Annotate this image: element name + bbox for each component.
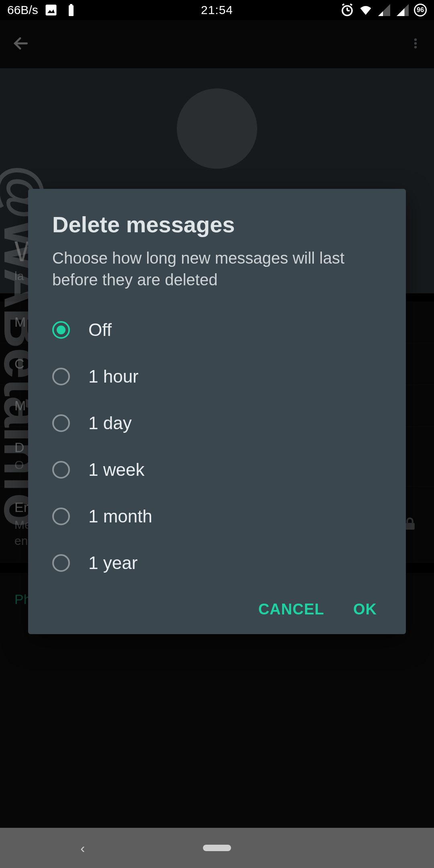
option-label: Off bbox=[88, 320, 112, 340]
dialog-option-1-week[interactable]: 1 week bbox=[52, 446, 382, 493]
radio-icon bbox=[52, 368, 70, 385]
svg-rect-17 bbox=[405, 523, 414, 530]
network-speed: 66B/s bbox=[7, 3, 38, 17]
wifi-icon bbox=[358, 3, 373, 17]
svg-point-14 bbox=[414, 38, 417, 41]
option-label: 1 hour bbox=[88, 366, 139, 387]
radio-icon bbox=[52, 414, 70, 432]
option-label: 1 year bbox=[88, 553, 137, 573]
svg-marker-10 bbox=[378, 11, 383, 16]
option-label: 1 month bbox=[88, 506, 152, 526]
dialog-title: Delete messages bbox=[52, 211, 382, 237]
status-bar: 66B/s 21:54 96 bbox=[0, 0, 434, 20]
dialog-option-1-month[interactable]: 1 month bbox=[52, 493, 382, 540]
dialog-option-1-hour[interactable]: 1 hour bbox=[52, 353, 382, 400]
dialog-description: Choose how long new messages will last b… bbox=[52, 247, 382, 291]
navigation-bar: ‹ bbox=[0, 828, 434, 868]
svg-line-8 bbox=[350, 4, 352, 5]
svg-line-7 bbox=[342, 4, 344, 5]
svg-rect-2 bbox=[69, 5, 74, 16]
avatar bbox=[177, 88, 257, 169]
svg-rect-0 bbox=[45, 5, 56, 16]
svg-marker-12 bbox=[397, 8, 405, 16]
signal-1-icon bbox=[377, 3, 391, 17]
radio-icon bbox=[52, 508, 70, 525]
cancel-button[interactable]: CANCEL bbox=[258, 601, 324, 618]
ok-button[interactable]: OK bbox=[353, 601, 377, 618]
svg-point-15 bbox=[414, 42, 417, 45]
delete-messages-dialog: Delete messages Choose how long new mess… bbox=[28, 189, 406, 634]
dialog-options-list: Off1 hour1 day1 week1 month1 year bbox=[52, 307, 382, 586]
dialog-option-1-year[interactable]: 1 year bbox=[52, 540, 382, 586]
speed-badge-icon: 96 bbox=[414, 4, 427, 16]
dialog-option-off[interactable]: Off bbox=[52, 307, 382, 353]
radio-icon bbox=[52, 321, 70, 339]
signal-2-icon bbox=[395, 3, 410, 17]
more-options-icon[interactable] bbox=[409, 35, 422, 54]
battery-icon bbox=[64, 3, 78, 17]
alarm-icon bbox=[340, 3, 354, 17]
back-arrow-icon[interactable] bbox=[12, 35, 30, 54]
nav-back-icon[interactable]: ‹ bbox=[80, 840, 85, 856]
svg-rect-3 bbox=[70, 4, 72, 6]
radio-icon bbox=[52, 554, 70, 572]
option-label: 1 week bbox=[88, 460, 144, 480]
image-icon bbox=[44, 3, 58, 17]
radio-icon bbox=[52, 461, 70, 479]
svg-point-16 bbox=[414, 46, 417, 48]
nav-home-pill[interactable] bbox=[203, 845, 231, 851]
dialog-option-1-day[interactable]: 1 day bbox=[52, 400, 382, 446]
clock: 21:54 bbox=[201, 3, 233, 17]
option-label: 1 day bbox=[88, 413, 132, 433]
